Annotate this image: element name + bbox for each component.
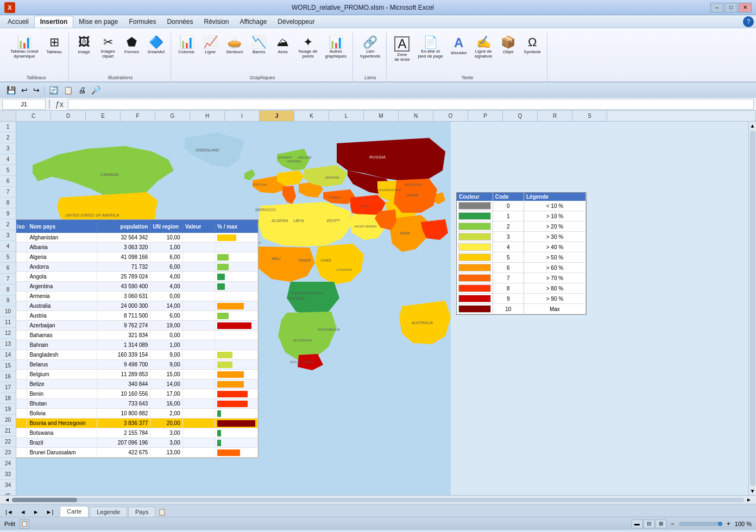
table-row[interactable]: BJ Benin 10 160 556 17,00: [1, 389, 258, 399]
ribbon-btn-barres[interactable]: 📉 Barres: [248, 35, 270, 56]
sheet-nav-prev[interactable]: ◄: [17, 507, 29, 517]
col-header-f[interactable]: F: [121, 111, 155, 121]
refresh-button[interactable]: 🔄: [47, 85, 60, 96]
table-row[interactable]: BE Belgium 11 289 853 15,00: [1, 370, 258, 379]
col-header-m[interactable]: M: [364, 111, 399, 121]
sheet-nav-next[interactable]: ►: [30, 507, 42, 517]
ribbon-btn-zone-texte[interactable]: A Zonede texte: [391, 35, 413, 64]
scroll-left-button[interactable]: ◄: [4, 497, 10, 503]
maximize-button[interactable]: □: [724, 3, 738, 12]
ribbon-btn-nuage-points[interactable]: ✦ Nuage depoints: [296, 35, 320, 61]
table-row[interactable]: BW Botswana 2 155 784 3,00: [1, 428, 258, 438]
row-num-7[interactable]: 7: [0, 187, 16, 198]
row-num-33[interactable]: 33: [0, 469, 16, 480]
ribbon-btn-lien-hypertexte[interactable]: 🔗 Lienhypertexte: [357, 35, 383, 61]
table-row[interactable]: BO Bolivia 10 800 882 2,00: [1, 409, 258, 419]
clipboard-button[interactable]: 📋: [61, 85, 75, 96]
scroll-down-button[interactable]: ▼: [749, 487, 756, 495]
vertical-scrollbar[interactable]: ▲ ▼: [748, 122, 756, 495]
table-row-num-11[interactable]: 11: [0, 317, 16, 328]
table-row[interactable]: BN Brunei Darussalam 422 675 13,00: [1, 448, 258, 458]
undo-button[interactable]: ↩: [19, 85, 30, 96]
table-row[interactable]: BH Bahrain 1 314 089 1,00: [1, 340, 258, 350]
table-row-num-22[interactable]: 22: [0, 436, 16, 447]
zoom-bar[interactable]: [679, 522, 722, 526]
table-row[interactable]: BT Bhutan 733 643 16,00: [1, 399, 258, 409]
table-row[interactable]: AU Australia 24 000 300 14,00: [1, 301, 258, 311]
ribbon-btn-tableau-croise[interactable]: 📊 Tableau croisédynamique: [8, 35, 41, 61]
table-row[interactable]: BY Belarus 9 498 700 9,00: [1, 360, 258, 370]
ribbon-btn-ligne[interactable]: 📈 Ligne: [199, 35, 221, 56]
table-row-num-17[interactable]: 17: [0, 382, 16, 393]
table-row[interactable]: AZ Azerbaijan 9 762 274 19,00: [1, 321, 258, 331]
table-row-num-14[interactable]: 14: [0, 350, 16, 360]
ribbon-btn-tableau[interactable]: ⊞ Tableau: [43, 35, 65, 56]
sheet-nav-first[interactable]: |◄: [2, 507, 16, 517]
page-break-button[interactable]: ⊞: [656, 520, 666, 528]
sheet-tab-carte[interactable]: Carte: [60, 506, 89, 517]
table-row-num-12[interactable]: 12: [0, 328, 16, 339]
table-row-num-4[interactable]: 4: [0, 241, 16, 252]
scroll-up-button[interactable]: ▲: [749, 122, 756, 130]
horizontal-scrollbar[interactable]: ◄ ►: [0, 495, 756, 504]
ribbon-btn-colonne[interactable]: 📊 Colonne: [175, 35, 197, 56]
ribbon-btn-wordart[interactable]: A WordArt: [448, 35, 470, 57]
minimize-button[interactable]: –: [710, 3, 723, 12]
ribbon-btn-entete-pied[interactable]: 📄 En-tête etpied de page: [415, 35, 445, 61]
row-num-4[interactable]: 4: [0, 154, 16, 165]
col-header-e[interactable]: E: [86, 111, 121, 121]
ribbon-btn-secteurs[interactable]: 🥧 Secteurs: [223, 35, 246, 56]
col-header-h[interactable]: H: [190, 111, 225, 121]
table-row-num-10[interactable]: 10: [0, 306, 16, 317]
table-row-num-15[interactable]: 15: [0, 360, 16, 371]
table-row-num-9[interactable]: 9: [0, 295, 16, 306]
page-view-button[interactable]: ⊟: [644, 520, 654, 528]
row-num-34[interactable]: 34: [0, 480, 16, 491]
table-row-num-3[interactable]: 3: [0, 230, 16, 241]
sheet-tab-pays[interactable]: Pays: [128, 506, 155, 517]
hscroll-track[interactable]: [12, 498, 744, 502]
ribbon-btn-aires[interactable]: ⛰ Aires: [272, 35, 294, 56]
redo-button[interactable]: ↪: [31, 85, 42, 96]
cell-reference-input[interactable]: [2, 99, 46, 110]
table-row[interactable]: DZ Algeria 41 098 166 6,00: [1, 252, 258, 262]
col-header-d[interactable]: D: [51, 111, 86, 121]
row-num-35[interactable]: 35: [0, 491, 16, 495]
sheet-nav-last[interactable]: ►|: [43, 507, 57, 517]
table-row[interactable]: AT Austria 8 711 500 6,00: [1, 311, 258, 321]
table-row-num-18[interactable]: 18: [0, 393, 16, 404]
ribbon-btn-objet[interactable]: 📦 Objet: [497, 35, 519, 56]
col-header-g[interactable]: G: [155, 111, 190, 121]
menu-affichage[interactable]: Affichage: [235, 16, 273, 28]
table-row-num-23[interactable]: 23: [0, 447, 16, 458]
table-row[interactable]: BD Bangladesh 160 339 154 9,00: [1, 350, 258, 360]
formula-input[interactable]: [68, 99, 754, 110]
col-header-p[interactable]: P: [468, 111, 503, 121]
table-row[interactable]: AF Afghanistan 32 564 342 10,00: [1, 233, 258, 243]
col-header-q[interactable]: Q: [503, 111, 538, 121]
table-row[interactable]: BS Bahamas 321 834 0,00: [1, 331, 258, 340]
table-row[interactable]: AL Albania 3 063 320 1,00: [1, 243, 258, 252]
ribbon-btn-autres-graphiques[interactable]: 📊 Autresgraphiques: [322, 35, 349, 61]
col-header-k[interactable]: K: [294, 111, 329, 121]
table-row-num-7[interactable]: 7: [0, 274, 16, 284]
row-num-1[interactable]: 1: [0, 122, 16, 132]
ribbon-btn-symbole[interactable]: Ω Symbole: [521, 35, 544, 56]
col-header-i[interactable]: I: [225, 111, 260, 121]
ribbon-btn-formes[interactable]: ⬟ Formes: [121, 35, 143, 56]
col-header-n[interactable]: N: [399, 111, 433, 121]
col-header-o[interactable]: O: [433, 111, 468, 121]
table-row[interactable]: BA Bosnia and Herzegovin 3 836 377 20,00: [1, 419, 258, 428]
table-row[interactable]: AR Argentina 43 590 400 4,00: [1, 282, 258, 292]
zoom-in-button[interactable]: +: [724, 520, 733, 528]
sheet-tab-legende[interactable]: Legende: [90, 506, 127, 517]
table-row-num-6[interactable]: 6: [0, 263, 16, 274]
row-num-2[interactable]: 2: [0, 132, 16, 143]
menu-formules[interactable]: Formules: [123, 16, 161, 28]
scroll-thumb[interactable]: [750, 131, 755, 486]
table-row-num-13[interactable]: 13: [0, 339, 16, 350]
ribbon-btn-ligne-signature[interactable]: ✍ Ligne designature: [472, 35, 495, 61]
row-num-5[interactable]: 5: [0, 165, 16, 176]
close-button[interactable]: ✕: [739, 3, 752, 12]
table-row[interactable]: AO Angola 25 789 024 4,00: [1, 272, 258, 282]
